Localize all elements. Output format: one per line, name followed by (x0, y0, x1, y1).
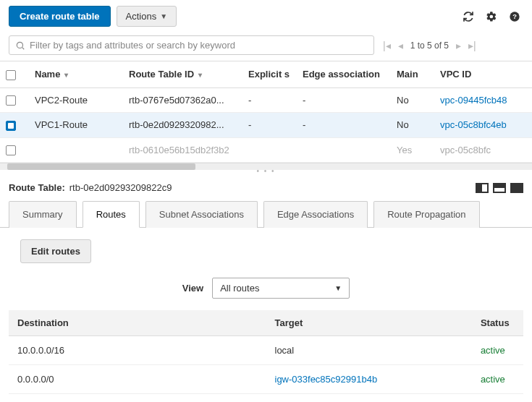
cell-explicit (242, 137, 297, 163)
route-row: 192.168.0.0/24pcx-0d01e68486fdd8b60activ… (9, 394, 523, 402)
cell-main: Yes (391, 137, 434, 163)
detail-label: Route Table: (9, 182, 65, 193)
tab-edge-associations[interactable]: Edge Associations (263, 201, 368, 228)
cell-edge (297, 137, 391, 163)
col-explicit[interactable]: Explicit s (242, 61, 297, 88)
edit-routes-button[interactable]: Edit routes (20, 239, 91, 263)
help-icon[interactable]: ? (509, 11, 520, 22)
refresh-icon[interactable] (463, 11, 474, 22)
tab-subnet-associations[interactable]: Subnet Associations (145, 201, 258, 228)
view-selected-value: All routes (220, 283, 259, 294)
cell-route-table-id: rtb-0767e5d07362a0... (123, 87, 242, 113)
actions-button[interactable]: Actions ▼ (117, 6, 177, 27)
col-name[interactable]: Name▾ (29, 61, 123, 88)
search-box[interactable] (9, 35, 374, 55)
table-row[interactable]: rtb-0610e56b15db2f3b2Yesvpc-05c8bfc (0, 137, 532, 163)
cell-explicit: - (242, 87, 297, 113)
cell-edge: - (297, 113, 391, 138)
route-status: active (472, 336, 523, 365)
search-input[interactable] (30, 40, 368, 51)
route-target-link[interactable]: igw-033fec85c92991b4b (275, 374, 378, 385)
detail-tabs: Summary Routes Subnet Associations Edge … (0, 200, 532, 228)
tab-routes[interactable]: Routes (83, 201, 140, 228)
col-edge-association[interactable]: Edge association (297, 61, 391, 88)
route-destination: 192.168.0.0/24 (9, 394, 266, 402)
paginator: |◂ ◂ 1 to 5 of 5 ▸ ▸| (383, 40, 476, 51)
route-destination: 10.0.0.0/16 (9, 336, 266, 365)
create-route-table-button[interactable]: Create route table (9, 6, 111, 27)
col-status[interactable]: Status (472, 310, 523, 336)
route-target: local (275, 345, 295, 356)
page-next-icon[interactable]: ▸ (456, 40, 461, 51)
layout-rows-icon[interactable] (493, 183, 506, 193)
route-status: active (472, 394, 523, 402)
cell-main: No (391, 113, 434, 138)
svg-line-3 (22, 47, 25, 49)
page-prev-icon[interactable]: ◂ (398, 40, 403, 51)
route-row: 0.0.0.0/0igw-033fec85c92991b4bactive (9, 365, 523, 394)
cell-vpc-id[interactable]: vpc-09445fcb48 (434, 87, 532, 113)
settings-icon[interactable] (486, 11, 497, 22)
col-vpc-id[interactable]: VPC ID (434, 61, 532, 88)
svg-text:?: ? (512, 13, 517, 20)
detail-value: rtb-0e2d09293209822c9 (69, 182, 172, 193)
page-label: 1 to 5 of 5 (410, 40, 449, 51)
layout-columns-icon[interactable] (476, 183, 489, 193)
cell-name (29, 137, 123, 163)
cell-vpc-id[interactable]: vpc-05c8bfc4eb (434, 113, 532, 138)
cell-route-table-id: rtb-0e2d0929320982... (123, 113, 242, 138)
view-label: View (182, 283, 203, 294)
table-row[interactable]: VPC1-Routertb-0e2d0929320982...--Novpc-0… (0, 113, 532, 138)
cell-main: No (391, 87, 434, 113)
row-checkbox[interactable] (6, 121, 16, 131)
cell-vpc-id[interactable]: vpc-05c8bfc (434, 137, 532, 163)
cell-explicit: - (242, 113, 297, 138)
route-destination: 0.0.0.0/0 (9, 365, 266, 394)
page-last-icon[interactable]: ▸| (468, 40, 476, 51)
routes-table: Destination Target Status 10.0.0.0/16loc… (9, 310, 523, 402)
row-checkbox[interactable] (6, 95, 16, 106)
actions-label: Actions (126, 11, 157, 22)
layout-full-icon[interactable] (510, 183, 523, 193)
chevron-down-icon: ▼ (334, 284, 342, 292)
page-first-icon[interactable]: |◂ (383, 40, 391, 51)
select-all-checkbox[interactable] (6, 70, 16, 80)
table-row[interactable]: VPC2-Routertb-0767e5d07362a0...--Novpc-0… (0, 87, 532, 113)
view-select[interactable]: All routes ▼ (212, 278, 350, 299)
cell-edge: - (297, 87, 391, 113)
cell-name: VPC1-Route (29, 113, 123, 138)
sort-caret-icon: ▾ (198, 71, 202, 79)
sort-caret-icon: ▾ (64, 71, 68, 79)
resize-handle-icon[interactable]: • • • (0, 167, 532, 175)
svg-point-2 (17, 42, 22, 48)
col-target[interactable]: Target (266, 310, 472, 336)
col-main[interactable]: Main (391, 61, 434, 88)
tab-summary[interactable]: Summary (9, 201, 77, 228)
cell-route-table-id: rtb-0610e56b15db2f3b2 (123, 137, 242, 163)
route-status: active (472, 365, 523, 394)
row-checkbox[interactable] (6, 145, 16, 155)
col-destination[interactable]: Destination (9, 310, 266, 336)
route-row: 10.0.0.0/16localactive (9, 336, 523, 365)
col-route-table-id[interactable]: Route Table ID▾ (123, 61, 242, 88)
cell-name: VPC2-Route (29, 87, 123, 113)
search-icon (15, 40, 25, 51)
route-tables-list: Name▾ Route Table ID▾ Explicit s Edge as… (0, 61, 532, 163)
chevron-down-icon: ▼ (160, 12, 167, 20)
tab-route-propagation[interactable]: Route Propagation (373, 201, 479, 228)
